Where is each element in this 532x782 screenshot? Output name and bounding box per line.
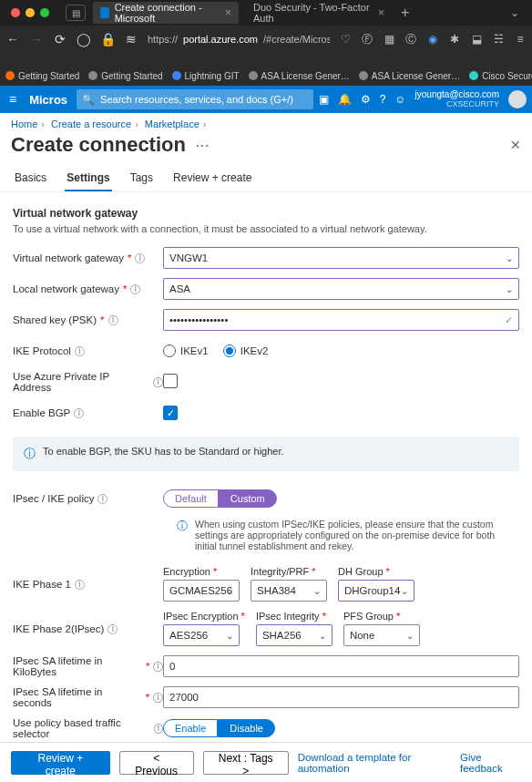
bookmark-item[interactable]: Getting Started xyxy=(5,71,79,81)
bookmark-item[interactable]: Cisco SecureX xyxy=(469,71,532,81)
close-window-icon[interactable] xyxy=(11,8,20,17)
url-bar: ← → ⟳ ◯ 🔒 ≋ https://portal.azure.com/#cr… xyxy=(0,26,532,53)
close-tab-icon[interactable]: × xyxy=(378,6,384,19)
sa-kb-input[interactable]: 0 xyxy=(163,655,519,677)
selector-disable-button[interactable]: Disable xyxy=(218,719,275,737)
phase2-enc-select[interactable]: AES256⌄ xyxy=(163,624,240,646)
shield-icon[interactable]: ◯ xyxy=(77,32,91,46)
bgp-checkbox[interactable]: ✓ xyxy=(163,406,178,420)
phase1-dh-select[interactable]: DHGroup14⌄ xyxy=(338,580,414,602)
menu-icon[interactable]: ≡ xyxy=(514,33,527,46)
gear-icon[interactable]: ✱ xyxy=(448,33,461,46)
field-ike-protocol: IKE Protocol i IKEv1 IKEv2 xyxy=(13,340,519,362)
close-tab-icon[interactable]: × xyxy=(225,6,231,19)
radio-ikev1[interactable]: IKEv1 xyxy=(163,345,209,357)
info-icon[interactable]: i xyxy=(75,580,85,590)
policy-default-button[interactable]: Default xyxy=(163,489,219,508)
extension-icon[interactable]: ◉ xyxy=(426,33,439,46)
azure-logo[interactable]: Micros xyxy=(26,93,71,107)
help-icon[interactable]: ? xyxy=(380,93,386,106)
policy-custom-button[interactable]: Custom xyxy=(219,489,277,508)
radio-ikev2[interactable]: IKEv2 xyxy=(223,345,269,357)
library-icon[interactable]: ☵ xyxy=(492,33,505,46)
info-icon[interactable]: i xyxy=(154,724,163,734)
address-input[interactable]: https://portal.azure.com/#create/Microso… xyxy=(148,34,330,46)
breadcrumb-link[interactable]: Home xyxy=(11,118,37,129)
private-ip-checkbox[interactable] xyxy=(163,374,178,388)
tab-settings[interactable]: Settings xyxy=(65,166,111,191)
back-button[interactable]: ← xyxy=(5,32,20,46)
translate-icon[interactable]: Ⓒ xyxy=(404,32,417,47)
feedback-icon[interactable]: ☺ xyxy=(394,93,405,106)
tab-tags[interactable]: Tags xyxy=(128,166,155,191)
info-icon[interactable]: i xyxy=(97,494,107,504)
user-menu[interactable]: jyoungta@cisco.com CXSECURITY xyxy=(412,89,503,109)
tab-review[interactable]: Review + create xyxy=(171,166,253,191)
browser-tab[interactable]: Duo Security - Two-Factor Auth × xyxy=(246,2,392,24)
more-actions-icon[interactable]: ⋯ xyxy=(186,137,210,154)
permissions-icon[interactable]: ≋ xyxy=(124,32,138,46)
info-icon[interactable]: i xyxy=(135,253,145,263)
info-icon[interactable]: i xyxy=(107,624,118,634)
info-icon[interactable]: i xyxy=(153,377,163,387)
vng-select[interactable]: VNGW1⌄ xyxy=(163,247,519,269)
form-body: Virtual network gateway To use a virtual… xyxy=(0,192,532,745)
sa-sec-input[interactable]: 27000 xyxy=(163,686,519,708)
bookmark-icon xyxy=(172,71,181,80)
breadcrumb-link[interactable]: Marketplace xyxy=(145,118,200,129)
info-icon[interactable]: i xyxy=(153,662,163,672)
reload-button[interactable]: ⟳ xyxy=(53,32,67,46)
info-icon[interactable]: i xyxy=(74,408,84,418)
bookmark-item[interactable]: Getting Started xyxy=(88,71,162,81)
next-button[interactable]: Next : Tags > xyxy=(203,751,289,775)
chevron-down-icon: ⌄ xyxy=(401,586,408,596)
info-icon[interactable]: i xyxy=(153,693,163,703)
qr-icon[interactable]: ▦ xyxy=(383,33,395,46)
field-ipsec-policy: IPsec / IKE policy i Default Custom xyxy=(13,488,519,509)
search-input[interactable]: 🔍 Search resources, services, and docs (… xyxy=(77,89,313,109)
search-icon: 🔍 xyxy=(82,94,95,106)
phase1-enc-select[interactable]: GCMAES256⌄ xyxy=(163,580,240,602)
review-create-button[interactable]: Review + create xyxy=(11,751,110,775)
notifications-icon[interactable]: 🔔 xyxy=(338,93,352,106)
info-icon[interactable]: i xyxy=(108,315,118,325)
previous-button[interactable]: < Previous xyxy=(119,751,194,775)
bookmark-item[interactable]: Lightning GIT xyxy=(172,71,240,81)
policy-info: ⓘ When using custom IPSec/IKE policies, … xyxy=(177,519,519,551)
download-icon[interactable]: ⬓ xyxy=(470,33,483,46)
phase2-int-select[interactable]: SHA256⌄ xyxy=(256,624,332,646)
psk-input[interactable]: •••••••••••••••• xyxy=(163,309,519,331)
new-tab-button[interactable]: + xyxy=(392,5,418,21)
forward-button[interactable]: → xyxy=(29,32,44,46)
minimize-window-icon[interactable] xyxy=(26,8,35,17)
give-feedback-link[interactable]: Give feedback xyxy=(460,752,521,774)
download-template-link[interactable]: Download a template for automation xyxy=(298,752,451,774)
pocket-icon[interactable]: ♡ xyxy=(339,33,352,46)
phase1-int-select[interactable]: SHA384⌄ xyxy=(251,580,327,602)
bookmark-item[interactable]: ASA License Gener… xyxy=(359,71,460,81)
hamburger-icon[interactable]: ≡ xyxy=(5,92,20,107)
phase2-pfs-select[interactable]: None⌄ xyxy=(343,624,420,646)
info-icon[interactable]: i xyxy=(75,346,85,356)
info-icon[interactable]: i xyxy=(130,284,140,294)
cloudshell-icon[interactable]: ▣ xyxy=(319,93,329,106)
field-lng: Local network gateway * i ASA⌄ xyxy=(13,278,519,300)
bookmark-item[interactable]: ASA License Gener… xyxy=(249,71,350,81)
selector-enable-button[interactable]: Enable xyxy=(163,719,218,737)
section-help: To use a virtual network with a connecti… xyxy=(13,223,519,234)
selector-toggle: Enable Disable xyxy=(163,719,519,737)
account-icon[interactable]: Ⓕ xyxy=(361,32,373,47)
lng-select[interactable]: ASA⌄ xyxy=(163,278,519,300)
sidebar-toggle-icon[interactable]: ▤ xyxy=(66,5,86,21)
bgp-info-box: ⓘ To enable BGP, the SKU has to be Stand… xyxy=(13,437,519,471)
avatar[interactable] xyxy=(508,90,527,108)
toolbar-icons: ♡ Ⓕ ▦ Ⓒ ◉ ✱ ⬓ ☵ ≡ xyxy=(339,32,527,47)
tabs-overflow-icon[interactable]: ⌄ xyxy=(501,6,528,19)
bookmark-icon xyxy=(249,71,258,80)
browser-tab-active[interactable]: Create connection - Microsoft × xyxy=(93,2,239,24)
close-blade-button[interactable]: ✕ xyxy=(510,138,521,152)
settings-icon[interactable]: ⚙ xyxy=(361,93,371,106)
breadcrumb-link[interactable]: Create a resource xyxy=(51,118,131,129)
maximize-window-icon[interactable] xyxy=(40,8,49,17)
tab-basics[interactable]: Basics xyxy=(13,166,48,191)
